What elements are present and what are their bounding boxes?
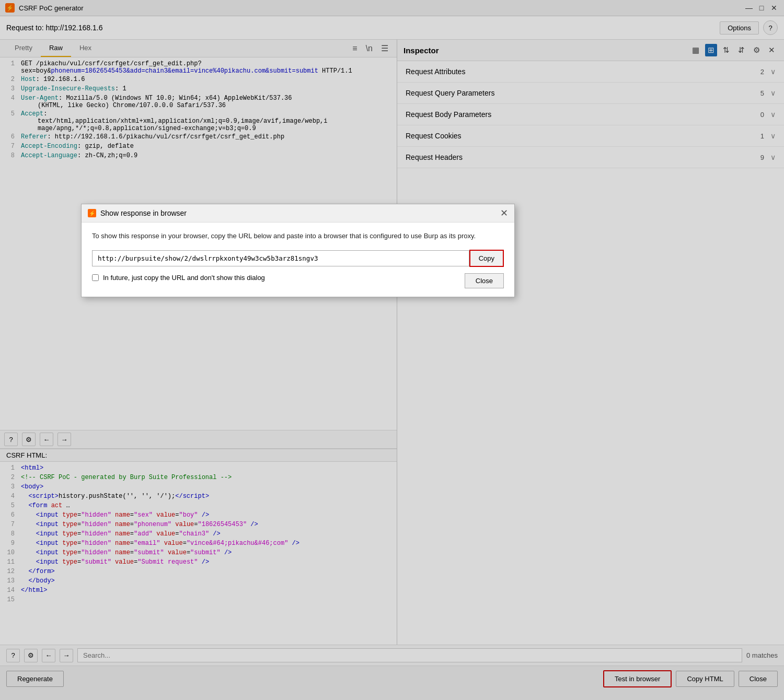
modal-close-x-button[interactable]: ✕ [500,208,508,218]
modal-icon: ⚡ [88,209,96,217]
modal-overlay: ⚡ Show response in browser ✕ To show thi… [0,0,784,700]
modal-checkbox-row: In future, just copy the URL and don't s… [92,274,265,282]
modal-body: To show this response in your browser, c… [82,223,514,297]
modal-title-bar: ⚡ Show response in browser ✕ [82,204,514,223]
modal-checkbox[interactable] [92,274,99,281]
modal-dialog: ⚡ Show response in browser ✕ To show thi… [81,204,515,297]
modal-url-input[interactable] [92,250,469,266]
modal-actions: In future, just copy the URL and don't s… [92,273,504,288]
modal-copy-button[interactable]: Copy [469,250,504,267]
modal-close-button[interactable]: Close [465,273,504,288]
modal-description: To show this response in your browser, c… [92,231,504,241]
modal-title: Show response in browser [100,209,496,217]
modal-url-row: Copy [92,250,504,267]
modal-checkbox-label: In future, just copy the URL and don't s… [103,274,265,282]
